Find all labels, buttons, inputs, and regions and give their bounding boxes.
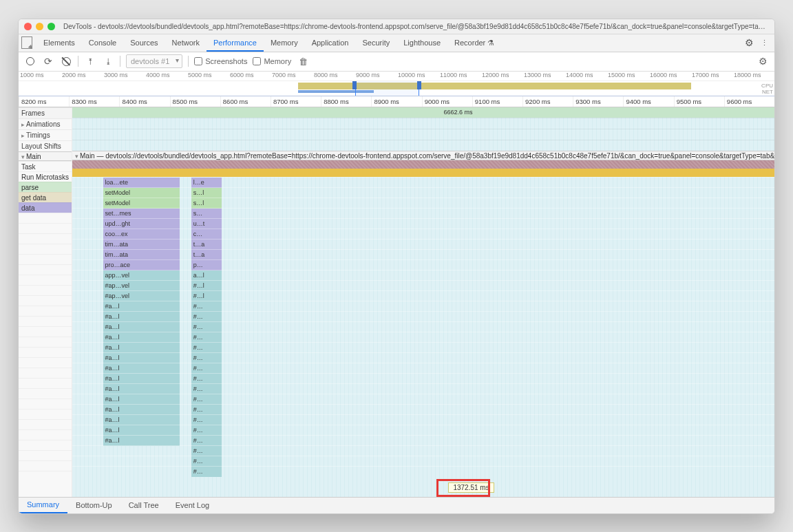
flame-bar[interactable]: #… (191, 332, 222, 343)
flame-bar[interactable]: upd…ght (103, 219, 180, 229)
flame-bar[interactable]: set…mes (103, 209, 180, 219)
overview-handle-left[interactable] (352, 81, 357, 89)
settings-gear-icon[interactable]: ⚙ (741, 35, 757, 50)
flame-bar[interactable]: #…l (191, 291, 222, 301)
window-close-button[interactable] (24, 23, 32, 30)
flame-row[interactable]: #… (72, 445, 774, 456)
timings-lane[interactable] (72, 129, 774, 140)
tab-lighthouse[interactable]: Lighthouse (396, 34, 447, 52)
flamechart-area[interactable]: FramesAnimationsTimingsLayout ShiftsMain… (19, 107, 774, 497)
flame-row[interactable]: #a…l#… (72, 383, 774, 394)
sessions-select[interactable]: devtools #1 (126, 54, 182, 68)
flame-bar[interactable]: app…vel (103, 270, 180, 281)
flame-row[interactable]: #… (72, 466, 774, 476)
flame-row[interactable]: #a…l#… (72, 425, 774, 435)
flame-bar[interactable]: setModel (103, 198, 180, 209)
flame-row[interactable]: #a…l#… (72, 332, 774, 342)
gc-trash-icon[interactable]: 🗑 (297, 55, 309, 67)
save-profile-button[interactable]: ⭳ (102, 55, 114, 67)
flame-row[interactable]: #ap…vel#…l (72, 280, 774, 290)
flame-row[interactable]: pro…acep… (72, 259, 774, 270)
flame-bar[interactable]: t…a (191, 250, 222, 260)
flame-row[interactable]: #a…l#… (72, 301, 774, 311)
flamechart-lanes[interactable]: 6662.6 msMain — devtools://devtools/bund… (72, 107, 774, 497)
flame-bar[interactable]: #… (191, 353, 222, 363)
task-lane[interactable] (72, 160, 774, 169)
window-minimize-button[interactable] (36, 23, 43, 30)
flame-row[interactable]: setModels…l (72, 198, 774, 208)
tab-performance[interactable]: Performance (207, 34, 264, 52)
flame-row[interactable]: #a…l#… (72, 414, 774, 425)
flame-bar[interactable]: a…l (191, 270, 222, 281)
window-zoom-button[interactable] (47, 23, 55, 30)
flame-bar[interactable]: s…l (191, 188, 222, 198)
btab-summary[interactable]: Summary (19, 497, 67, 513)
flame-row[interactable]: app…vela…l (72, 270, 774, 280)
flame-bar[interactable]: p… (191, 260, 222, 270)
flame-bar[interactable]: #a…l (103, 436, 180, 446)
flame-bar[interactable]: #… (191, 405, 222, 415)
flame-bar[interactable]: #… (191, 343, 222, 353)
btab-bottom-up[interactable]: Bottom-Up (67, 497, 120, 513)
flame-bar[interactable]: #… (191, 446, 222, 456)
flame-bar[interactable]: #…l (191, 281, 222, 291)
flame-bar[interactable]: l…e (191, 178, 222, 188)
record-button[interactable] (24, 55, 36, 67)
flame-bar[interactable]: tim…ata (103, 240, 180, 250)
flame-bar[interactable]: #… (191, 322, 222, 332)
flame-row[interactable]: #a…l#… (72, 394, 774, 404)
btab-event-log[interactable]: Event Log (167, 497, 218, 513)
flame-row[interactable]: tim…atat…a (72, 239, 774, 249)
flame-bar[interactable]: #… (191, 301, 222, 312)
flame-bar[interactable]: #… (191, 312, 222, 322)
flame-row[interactable]: tim…atat…a (72, 249, 774, 259)
flame-bar[interactable]: #a…l (103, 374, 180, 384)
flame-bar[interactable]: tim…ata (103, 250, 180, 260)
flame-row[interactable]: #a…l#… (72, 311, 774, 321)
flame-bar[interactable]: #a…l (103, 394, 180, 405)
more-menu-icon[interactable]: ⋮ (757, 35, 772, 50)
flame-row[interactable]: #a…l#… (72, 321, 774, 332)
flame-bar[interactable]: #… (191, 394, 222, 405)
flame-bar[interactable]: #… (191, 425, 222, 436)
flame-bar[interactable]: #a…l (103, 363, 180, 374)
flame-row[interactable]: #a…l#… (72, 404, 774, 414)
flame-bar[interactable]: #a…l (103, 405, 180, 415)
inspect-element-icon[interactable] (21, 35, 36, 50)
tab-application[interactable]: Application (305, 34, 356, 52)
flame-bar[interactable]: coo…ex (103, 229, 180, 240)
tab-security[interactable]: Security (355, 34, 396, 52)
flame-bar[interactable]: #a…l (103, 312, 180, 322)
flame-bar[interactable]: c… (191, 229, 222, 240)
flame-row[interactable]: coo…exc… (72, 228, 774, 239)
flame-bar[interactable]: #… (191, 436, 222, 446)
flame-bar[interactable]: s…l (191, 198, 222, 209)
flame-bar[interactable]: #a…l (103, 301, 180, 312)
flame-bar[interactable]: s… (191, 209, 222, 219)
screenshots-checkbox[interactable]: Screenshots (194, 57, 247, 65)
flame-bar[interactable]: #… (191, 467, 222, 477)
tab-recorder[interactable]: Recorder ⚗ (447, 34, 501, 52)
flame-bar[interactable]: #a…l (103, 415, 180, 425)
flame-row[interactable]: #ap…vel#…l (72, 290, 774, 301)
track-frames-header[interactable]: Frames (19, 107, 72, 118)
flame-bar[interactable]: #… (191, 384, 222, 394)
overview-handle-right[interactable] (417, 81, 421, 89)
track-main-header[interactable]: Main — devtools://devtools/bundled/devto… (72, 151, 774, 160)
tab-console[interactable]: Console (82, 34, 123, 52)
flame-row[interactable]: #a…l#… (72, 352, 774, 363)
flame-bar[interactable]: #… (191, 415, 222, 425)
tab-sources[interactable]: Sources (123, 34, 165, 52)
tab-elements[interactable]: Elements (36, 34, 82, 52)
tab-network[interactable]: Network (165, 34, 207, 52)
flame-bar[interactable]: #a…l (103, 332, 180, 343)
capture-settings-icon[interactable]: ⚙ (757, 55, 769, 67)
flame-row[interactable]: upd…ghtu…t (72, 218, 774, 228)
timeline-overview[interactable]: 1000 ms2000 ms3000 ms4000 ms5000 ms6000 … (19, 72, 774, 96)
animations-lane[interactable] (72, 118, 774, 129)
memory-checkbox[interactable]: Memory (253, 57, 291, 65)
flame-bar[interactable]: t…a (191, 240, 222, 250)
tab-memory[interactable]: Memory (264, 34, 305, 52)
flame-bar[interactable]: setModel (103, 188, 180, 198)
flame-bar[interactable]: #a…l (103, 343, 180, 353)
